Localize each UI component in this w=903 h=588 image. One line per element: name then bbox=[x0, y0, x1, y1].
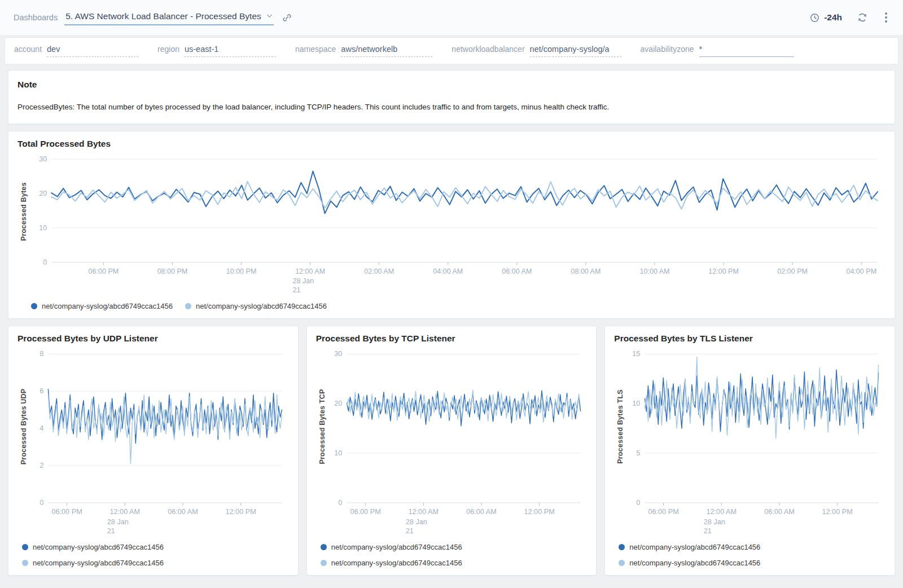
svg-text:02:00 PM: 02:00 PM bbox=[777, 267, 808, 275]
svg-text:10: 10 bbox=[334, 449, 342, 457]
note-body: ProcessedBytes: The total number of byte… bbox=[17, 103, 886, 111]
series-dot-light bbox=[619, 560, 625, 566]
udp-chart-canvas[interactable]: 0246806:00 PM12:00 AM28 Jan2106:00 AM12:… bbox=[30, 347, 289, 537]
svg-text:0: 0 bbox=[338, 499, 342, 507]
filter-account-input[interactable]: dev bbox=[47, 45, 138, 57]
svg-text:20: 20 bbox=[39, 190, 47, 198]
svg-text:02:00 AM: 02:00 AM bbox=[364, 267, 394, 275]
legend-item[interactable]: net/company-syslog/abcd6749ccac1456 bbox=[185, 302, 327, 310]
tls-chart-canvas[interactable]: 05101506:00 PM12:00 AM28 Jan2106:00 AM12… bbox=[626, 347, 886, 537]
series-dot-light bbox=[185, 303, 191, 309]
legend-total: net/company-syslog/abcd6749ccac1456 net/… bbox=[17, 302, 886, 310]
svg-text:10:00 AM: 10:00 AM bbox=[640, 267, 670, 275]
filter-namespace: namespace aws/networkelb bbox=[295, 45, 432, 57]
svg-text:30: 30 bbox=[334, 350, 342, 358]
legend-item[interactable]: net/company-syslog/abcd6749ccac1456 bbox=[619, 543, 886, 551]
series-dot-light bbox=[321, 560, 327, 566]
legend-label: net/company-syslog/abcd6749ccac1456 bbox=[331, 559, 462, 567]
filter-account: account dev bbox=[14, 45, 138, 57]
y-axis-label-total: Processed Bytes bbox=[20, 183, 28, 242]
legend-label: net/company-syslog/abcd6749ccac1456 bbox=[33, 543, 164, 551]
series-dot-light bbox=[22, 560, 28, 566]
total-chart-canvas[interactable]: 010203006:00 PM08:00 PM10:00 PM12:00 AM2… bbox=[30, 152, 886, 294]
svg-text:10:00 PM: 10:00 PM bbox=[226, 267, 257, 275]
panel-udp-listener: Processed Bytes by UDP Listener Processe… bbox=[8, 326, 299, 576]
note-panel: Note ProcessedBytes: The total number of… bbox=[8, 70, 895, 124]
y-axis-label-udp: Processed Bytes UDP bbox=[20, 389, 28, 464]
kebab-menu-icon[interactable] bbox=[883, 11, 889, 24]
svg-text:12:00 AM: 12:00 AM bbox=[109, 508, 140, 516]
legend-label: net/company-syslog/abcd6749ccac1456 bbox=[196, 302, 327, 310]
svg-text:5: 5 bbox=[637, 449, 641, 457]
svg-text:0: 0 bbox=[43, 258, 47, 266]
chart-title-tcp: Processed Bytes by TCP Listener bbox=[316, 334, 588, 344]
refresh-icon[interactable] bbox=[857, 12, 868, 23]
svg-text:06:00 PM: 06:00 PM bbox=[350, 508, 380, 516]
svg-text:28 Jan: 28 Jan bbox=[405, 518, 427, 526]
chart-title-tls: Processed Bytes by TLS Listener bbox=[614, 334, 886, 344]
svg-text:12:00 PM: 12:00 PM bbox=[822, 508, 853, 516]
legend-label: net/company-syslog/abcd6749ccac1456 bbox=[42, 302, 173, 310]
chevron-down-icon bbox=[266, 14, 273, 18]
svg-text:2: 2 bbox=[40, 462, 43, 469]
filter-namespace-input[interactable]: aws/networkelb bbox=[341, 45, 432, 57]
filter-networkloadbalancer: networkloadbalancer net/company-syslog/a bbox=[451, 45, 621, 57]
svg-text:06:00 AM: 06:00 AM bbox=[466, 508, 497, 516]
filter-availabilityzone-input[interactable]: * bbox=[699, 45, 794, 57]
listener-charts-row: Processed Bytes by UDP Listener Processe… bbox=[8, 326, 895, 576]
filter-region-label: region bbox=[157, 45, 179, 54]
svg-text:28 Jan: 28 Jan bbox=[704, 518, 725, 526]
svg-text:21: 21 bbox=[292, 286, 300, 294]
svg-text:06:00 PM: 06:00 PM bbox=[89, 267, 119, 275]
tcp-chart-canvas[interactable]: 010203006:00 PM12:00 AM28 Jan2106:00 AM1… bbox=[328, 347, 588, 537]
panel-tcp-listener: Processed Bytes by TCP Listener Processe… bbox=[306, 326, 597, 576]
legend-item[interactable]: net/company-syslog/abcd6749ccac1456 bbox=[22, 559, 289, 567]
panel-tls-listener: Processed Bytes by TLS Listener Processe… bbox=[604, 326, 895, 576]
svg-text:15: 15 bbox=[633, 350, 641, 358]
filter-networkloadbalancer-input[interactable]: net/company-syslog/a bbox=[530, 45, 621, 57]
svg-text:12:00 PM: 12:00 PM bbox=[708, 267, 739, 275]
dashboard-title: 5. AWS Network Load Balancer - Processed… bbox=[65, 11, 261, 21]
series-dot-dark bbox=[22, 544, 28, 550]
svg-text:12:00 PM: 12:00 PM bbox=[226, 508, 256, 516]
panel-total-processed-bytes: Total Processed Bytes Processed Bytes 01… bbox=[8, 131, 895, 319]
breadcrumb[interactable]: Dashboards bbox=[14, 13, 58, 22]
chart-title-udp: Processed Bytes by UDP Listener bbox=[17, 334, 289, 344]
time-range-button[interactable]: -24h bbox=[809, 12, 842, 23]
clock-icon bbox=[809, 12, 820, 23]
svg-text:08:00 AM: 08:00 AM bbox=[571, 267, 600, 275]
svg-text:8: 8 bbox=[40, 350, 43, 358]
svg-text:20: 20 bbox=[334, 400, 342, 407]
filter-region: region us-east-1 bbox=[157, 45, 276, 57]
legend-label: net/company-syslog/abcd6749ccac1456 bbox=[331, 543, 462, 551]
svg-text:6: 6 bbox=[40, 387, 43, 395]
svg-text:08:00 PM: 08:00 PM bbox=[157, 267, 188, 275]
svg-text:21: 21 bbox=[405, 527, 413, 535]
svg-text:0: 0 bbox=[637, 499, 641, 507]
svg-text:04:00 AM: 04:00 AM bbox=[433, 267, 463, 275]
dashboard-title-dropdown[interactable]: 5. AWS Network Load Balancer - Processed… bbox=[64, 10, 274, 25]
filter-region-input[interactable]: us-east-1 bbox=[185, 45, 276, 57]
legend-item[interactable]: net/company-syslog/abcd6749ccac1456 bbox=[22, 543, 289, 551]
legend-item[interactable]: net/company-syslog/abcd6749ccac1456 bbox=[321, 543, 588, 551]
legend-item[interactable]: net/company-syslog/abcd6749ccac1456 bbox=[31, 302, 173, 310]
legend-item[interactable]: net/company-syslog/abcd6749ccac1456 bbox=[321, 559, 588, 567]
svg-text:06:00 PM: 06:00 PM bbox=[51, 508, 82, 516]
svg-text:12:00 PM: 12:00 PM bbox=[524, 508, 554, 516]
legend-tls: net/company-syslog/abcd6749ccac1456 net/… bbox=[614, 543, 886, 567]
legend-tcp: net/company-syslog/abcd6749ccac1456 net/… bbox=[316, 543, 588, 567]
svg-text:4: 4 bbox=[40, 424, 43, 432]
filter-availabilityzone-label: availabilityzone bbox=[641, 45, 694, 54]
filter-account-label: account bbox=[14, 45, 42, 54]
svg-text:12:00 AM: 12:00 AM bbox=[707, 508, 737, 516]
svg-text:12:00 AM: 12:00 AM bbox=[408, 508, 439, 516]
share-link-icon[interactable] bbox=[282, 12, 292, 23]
legend-item[interactable]: net/company-syslog/abcd6749ccac1456 bbox=[619, 559, 886, 567]
series-dot-dark bbox=[31, 303, 37, 309]
svg-text:10: 10 bbox=[633, 400, 641, 407]
filter-availabilityzone: availabilityzone * bbox=[641, 45, 794, 57]
series-dot-dark bbox=[321, 544, 327, 550]
svg-text:06:00 PM: 06:00 PM bbox=[648, 508, 679, 516]
legend-label: net/company-syslog/abcd6749ccac1456 bbox=[629, 543, 760, 551]
time-range-label: -24h bbox=[824, 12, 842, 23]
